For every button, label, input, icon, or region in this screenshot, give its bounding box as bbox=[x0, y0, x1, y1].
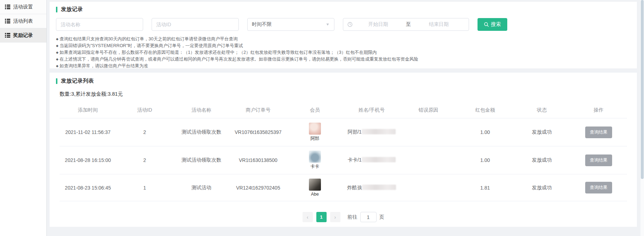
diamond-bullet-icon: ◆ bbox=[56, 51, 58, 54]
sidebar-item-label: 活动列表 bbox=[13, 18, 33, 24]
member-avatar bbox=[309, 179, 321, 191]
sidebar-item-reward-records[interactable]: 奖励记录 bbox=[0, 28, 46, 43]
panel-title: 发放记录 bbox=[56, 6, 631, 13]
cell-name-phone: 卡卡/1 bbox=[343, 146, 400, 174]
note-line: ◆在上述情况下，请商户隔几分钟再尝试查询，或者商户可以通过相同的商户订单号再次发… bbox=[56, 56, 631, 63]
prev-page-button[interactable]: ‹ bbox=[303, 212, 313, 222]
list-panel-title-text: 发放记录列表 bbox=[61, 78, 94, 84]
col-activity-id: 活动ID bbox=[116, 102, 173, 118]
list-icon bbox=[5, 19, 10, 23]
activity-id-input[interactable] bbox=[152, 18, 239, 31]
member-avatar bbox=[309, 151, 321, 163]
cell-activity-name: 测试活动领取次数 bbox=[173, 146, 230, 174]
vertical-scrollbar[interactable] bbox=[640, 0, 644, 236]
end-date-placeholder[interactable]: 结束日期 bbox=[413, 21, 464, 28]
cell-added-time: 2021-08-23 15:06:45 bbox=[60, 174, 116, 201]
list-icon bbox=[5, 5, 10, 9]
cell-amount: 1.81 bbox=[457, 174, 513, 201]
cell-status: 发放成功 bbox=[514, 118, 570, 146]
cell-merchant-order-no: VR1076t1635825397 bbox=[230, 118, 287, 146]
page-unit-label: 页 bbox=[379, 214, 384, 220]
cell-amount: 1.00 bbox=[457, 118, 513, 146]
time-range-value: 时间不限 bbox=[252, 21, 272, 28]
activity-name-input[interactable] bbox=[56, 18, 143, 31]
member-name: 阿部 bbox=[310, 136, 319, 142]
col-added-time: 添加时间 bbox=[60, 102, 116, 118]
sidebar-item-activity-list[interactable]: 活动列表 bbox=[0, 14, 46, 28]
table-header-row: 添加时间 活动ID 活动名称 商户订单号 会员 姓名/手机号 错误原因 红包金额… bbox=[60, 102, 627, 118]
col-merchant-order-no: 商户订单号 bbox=[230, 102, 287, 118]
diamond-bullet-icon: ◆ bbox=[56, 57, 58, 61]
note-text: 如果查询返回指定单号不存在，那么数据不存在的原因可能是：（1）发放请求还在处理中… bbox=[60, 50, 377, 55]
col-amount: 红包金额 bbox=[457, 102, 513, 118]
diamond-bullet-icon: ◆ bbox=[56, 44, 58, 47]
panel-title-text: 发放记录 bbox=[61, 6, 83, 13]
masked-phone-block bbox=[362, 157, 396, 162]
note-text: 查询红包结果只支持查询30天内的红包订单，30天之前的红包订单请登录微信商户平台… bbox=[60, 36, 238, 41]
cell-member: 阿部 bbox=[287, 118, 343, 146]
records-summary: 数量:3,累计发放金额:3.81元 bbox=[60, 91, 631, 97]
cell-status: 发放成功 bbox=[514, 146, 570, 174]
cell-added-time: 2021-11-02 11:56:37 bbox=[60, 118, 116, 146]
title-accent-bar bbox=[56, 78, 57, 84]
name-phone-text: 阿部/1 bbox=[348, 129, 362, 135]
cell-member: Abe bbox=[287, 174, 343, 201]
note-text: 如查询结果异常，请以微信商户平台结果为准 bbox=[60, 63, 148, 68]
cell-member: 卡卡 bbox=[287, 146, 343, 174]
masked-phone-block bbox=[362, 185, 396, 190]
cell-error-reason bbox=[400, 118, 457, 146]
col-error-reason: 错误原因 bbox=[400, 102, 457, 118]
goto-label: 前往 bbox=[348, 214, 357, 220]
col-name-phone: 姓名/手机号 bbox=[343, 102, 400, 118]
cell-name-phone: 炸酷孩 bbox=[343, 174, 400, 201]
cell-activity-id: 1 bbox=[116, 174, 173, 201]
cell-amount: 1.00 bbox=[457, 146, 513, 174]
cell-activity-id: 2 bbox=[116, 146, 173, 174]
note-line: ◆如查询结果异常，请以微信商户平台结果为准 bbox=[56, 63, 631, 69]
query-result-button[interactable]: 查询结果 bbox=[585, 127, 612, 138]
pagination: ‹ 1 › 前往 页 bbox=[56, 212, 631, 222]
note-line: ◆如果查询返回指定单号不存在，那么数据不存在的原因可能是：（1）发放请求还在处理… bbox=[56, 49, 631, 56]
member-name: Abe bbox=[311, 192, 319, 197]
next-page-button[interactable]: › bbox=[330, 212, 340, 222]
records-table: 添加时间 活动ID 活动名称 商户订单号 会员 姓名/手机号 错误原因 红包金额… bbox=[60, 102, 627, 201]
query-result-button[interactable]: 查询结果 bbox=[585, 154, 612, 166]
diamond-bullet-icon: ◆ bbox=[56, 64, 58, 68]
cell-status: 发放成功 bbox=[514, 174, 570, 201]
cell-error-reason bbox=[400, 146, 457, 174]
scrollbar-thumb[interactable] bbox=[641, 0, 644, 179]
query-result-button[interactable]: 查询结果 bbox=[585, 182, 612, 193]
sidebar-item-activity-settings[interactable]: 活动设置 bbox=[0, 0, 46, 14]
cell-added-time: 2021-08-28 16:15:00 bbox=[60, 146, 116, 174]
distribution-records-panel: 发放记录 时间不限 ▼ 开始日期 至 结束日期 bbox=[50, 2, 637, 68]
page-number-current[interactable]: 1 bbox=[316, 212, 327, 222]
sidebar-item-label: 奖励记录 bbox=[13, 32, 33, 39]
search-button[interactable]: 搜索 bbox=[478, 18, 507, 31]
note-text: 当返回错误码为"SYSTEMERROR"时，请不要更换商户订单号，一定要使用原商… bbox=[60, 43, 243, 48]
cell-activity-name: 测试活动 bbox=[173, 174, 230, 201]
col-member: 会员 bbox=[287, 102, 343, 118]
clock-icon bbox=[348, 22, 352, 27]
cell-action: 查询结果 bbox=[570, 174, 627, 201]
list-icon bbox=[5, 33, 10, 38]
diamond-bullet-icon: ◆ bbox=[56, 37, 58, 41]
search-button-label: 搜索 bbox=[491, 21, 501, 28]
goto-page-input[interactable] bbox=[360, 212, 377, 222]
cell-activity-id: 2 bbox=[116, 118, 173, 146]
name-phone-text: 卡卡/1 bbox=[348, 157, 362, 163]
date-range-picker[interactable]: 开始日期 至 结束日期 bbox=[343, 18, 469, 31]
chevron-down-icon: ▼ bbox=[326, 22, 330, 26]
search-icon bbox=[484, 22, 489, 27]
member-name: 卡卡 bbox=[310, 164, 319, 170]
note-line: ◆当返回错误码为"SYSTEMERROR"时，请不要更换商户订单号，一定要使用原… bbox=[56, 43, 631, 49]
notes-list: ◆查询红包结果只支持查询30天内的红包订单，30天之前的红包订单请登录微信商户平… bbox=[56, 36, 631, 69]
title-accent-bar bbox=[56, 7, 57, 12]
cell-action: 查询结果 bbox=[570, 146, 627, 174]
cell-merchant-order-no: VR124t1629702405 bbox=[230, 174, 287, 201]
time-range-select[interactable]: 时间不限 ▼ bbox=[247, 18, 334, 31]
sidebar-item-label: 活动设置 bbox=[13, 4, 33, 10]
start-date-placeholder[interactable]: 开始日期 bbox=[352, 21, 404, 28]
list-panel-title: 发放记录列表 bbox=[56, 78, 631, 84]
records-list-panel: 发放记录列表 数量:3,累计发放金额:3.81元 添加时间 活动ID 活动名称 … bbox=[50, 73, 637, 227]
cell-error-reason bbox=[400, 174, 457, 201]
